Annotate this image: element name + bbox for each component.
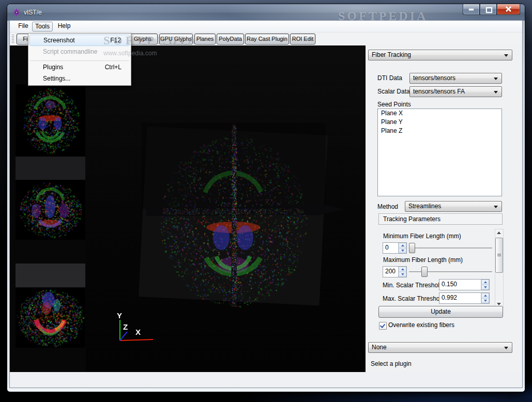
chevron-down-icon [494, 206, 498, 208]
chevron-down-icon [504, 54, 508, 57]
seed-points-label: Seed Points [377, 101, 411, 109]
spin-down-button[interactable] [481, 285, 489, 290]
plugin-tab-selector-value: Fiber Tracking [372, 51, 411, 59]
chevron-down-icon [504, 347, 508, 349]
method-select[interactable]: Streamlines [405, 201, 502, 212]
slice-thumbnail-oblique[interactable] [16, 288, 85, 348]
update-button[interactable]: Update [378, 306, 503, 318]
spin-up-button[interactable] [399, 243, 406, 248]
chevron-down-icon [494, 91, 498, 94]
slice-thumbnail-axial-1[interactable] [16, 84, 85, 157]
arrow-down-icon [401, 250, 404, 252]
tools-menu: Screenshot F12 Script commandline Plugin… [28, 33, 131, 86]
menu-item-label: Settings... [43, 73, 70, 84]
method-label: Method [377, 203, 398, 211]
toolbar-button-glyphs[interactable]: Glyphs [128, 34, 158, 44]
arrow-up-icon [497, 231, 501, 234]
bottom-plugin-selector[interactable]: None [368, 342, 512, 353]
plugin-tab-selector[interactable]: Fiber Tracking [368, 50, 512, 60]
spin-up-button[interactable] [481, 280, 489, 285]
chevron-down-icon [494, 78, 498, 80]
main-3d-view[interactable] [86, 45, 365, 372]
scalar-data-value: tensors/tensors FA [413, 88, 465, 96]
menu-item-script-commandline: Script commandline [29, 46, 130, 57]
menu-tools[interactable]: Tools [32, 22, 53, 32]
max-scalar-threshold-spinbox[interactable]: 0.992 [439, 292, 490, 304]
select-plugin-hint: Select a plugin [371, 360, 412, 368]
max-scalar-threshold-label: Max. Scalar Threshold [383, 295, 445, 303]
dti-data-label: DTI Data [377, 74, 402, 82]
arrow-up-icon [484, 281, 487, 283]
dti-data-value: tensors/tensors [413, 74, 455, 82]
min-fiber-length-value: 0 [383, 243, 398, 253]
slice-thumbnail-axial-2[interactable] [16, 180, 85, 240]
arrow-down-icon [484, 300, 487, 302]
app-window: vIST/e SOFTPEDIA File Tools Help Fibe Gl… [7, 4, 525, 392]
max-fiber-length-spinbox[interactable]: 200 [383, 266, 407, 277]
min-fiber-slider-handle[interactable] [409, 243, 415, 253]
overwrite-checkbox[interactable] [379, 322, 387, 330]
max-fiber-slider-handle[interactable] [421, 267, 428, 277]
thumbnail-separator [16, 157, 85, 180]
close-icon [506, 6, 511, 12]
scalar-data-select[interactable]: tensors/tensors FA [409, 86, 502, 97]
scalar-data-label: Scalar Data [377, 88, 410, 96]
status-bar [10, 372, 522, 388]
menu-item-plugins[interactable]: Plugins Ctrl+L [29, 61, 130, 73]
window-title: vIST/e [24, 9, 42, 16]
min-fiber-length-label: Minimum Fiber Length (mm) [383, 233, 461, 240]
menu-item-label: Script commandline [43, 46, 97, 57]
app-icon [12, 8, 21, 17]
menu-file[interactable]: File [14, 22, 33, 30]
minimize-icon [469, 9, 474, 10]
list-item[interactable]: Plane Z [378, 127, 501, 135]
check-icon [380, 322, 385, 328]
min-fiber-slider-groove [409, 248, 492, 249]
menu-item-settings[interactable]: Settings... [29, 73, 130, 84]
menu-item-screenshot[interactable]: Screenshot F12 [29, 35, 130, 46]
list-item[interactable]: Plane Y [378, 118, 501, 127]
spin-down-button[interactable] [481, 298, 489, 304]
arrow-up-icon [401, 244, 404, 246]
maximize-button[interactable] [480, 4, 497, 15]
arrow-down-icon [401, 273, 404, 275]
menu-help[interactable]: Help [55, 22, 73, 30]
fiber-tracking-panel: Fiber Tracking DTI Data tensors/tensors … [366, 45, 522, 372]
toolbar-button-ray-cast[interactable]: Ray Cast Plugin [245, 34, 289, 44]
toolbar-button-planes[interactable]: Planes [194, 34, 216, 44]
window-controls [463, 4, 520, 14]
menu-separator [30, 60, 129, 61]
toolbar-button-gpu-glyphs[interactable]: GPU Glyphs [159, 34, 193, 44]
arrow-down-icon [497, 303, 501, 305]
menu-item-label: Screenshot [43, 35, 75, 45]
max-fiber-length-value: 200 [383, 267, 398, 277]
min-scalar-threshold-label: Min. Scalar Threshold [383, 282, 443, 289]
spin-down-button[interactable] [399, 248, 406, 254]
max-scalar-threshold-value: 0.992 [439, 293, 481, 303]
list-item[interactable]: Plane X [378, 109, 501, 118]
minimize-button[interactable] [463, 4, 480, 15]
arrow-up-icon [401, 268, 404, 270]
toolbar-button-roi-edit[interactable]: ROI Edit [290, 34, 315, 44]
tracking-parameters-header[interactable]: Tracking Parameters [378, 213, 503, 225]
spin-up-button[interactable] [399, 267, 406, 272]
toolbar-button-polydata[interactable]: PolyData [217, 34, 244, 44]
spin-up-button[interactable] [481, 293, 489, 298]
titlebar[interactable]: vIST/e SOFTPEDIA [7, 4, 525, 21]
seed-points-list[interactable]: Plane X Plane Y Plane Z [377, 109, 502, 196]
bottom-plugin-selector-value: None [372, 344, 387, 351]
scroll-up-button[interactable] [495, 229, 502, 237]
min-fiber-length-spinbox[interactable]: 0 [383, 242, 407, 254]
arrow-down-icon [484, 286, 487, 288]
min-scalar-threshold-spinbox[interactable]: 0.150 [439, 279, 490, 290]
overwrite-checkbox-label: Overwrite existing fibers [388, 321, 454, 329]
menu-item-shortcut: F12 [110, 35, 121, 45]
spin-down-button[interactable] [399, 272, 406, 277]
dti-data-select[interactable]: tensors/tensors [409, 73, 502, 84]
parameters-scrollbar[interactable] [495, 229, 504, 308]
toolbar-grip-icon[interactable] [12, 35, 14, 43]
viewport-container [10, 45, 366, 372]
scrollbar-thumb[interactable] [495, 238, 503, 273]
close-button[interactable] [497, 4, 520, 15]
menubar: File Tools Help [10, 21, 522, 33]
